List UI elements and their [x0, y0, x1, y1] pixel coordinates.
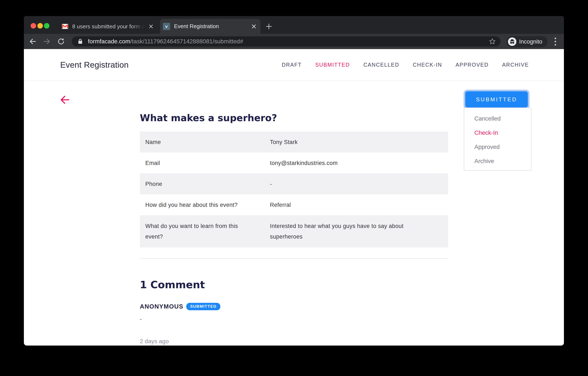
table-row: Email tony@starkindustries.com [140, 153, 448, 173]
comment-timestamp: 2 days ago [140, 338, 169, 345]
reload-button[interactable] [55, 34, 67, 49]
field-label: Phone [140, 179, 270, 189]
status-dropdown-menu: Cancelled Check-In Approved Archive [464, 108, 531, 171]
menu-item-check-in[interactable]: Check-In [464, 126, 531, 140]
field-label: Name [140, 137, 270, 147]
nav-archive[interactable]: ARCHIVE [502, 62, 529, 68]
field-value: - [270, 179, 448, 189]
incognito-icon [508, 37, 516, 46]
incognito-label: Incognito [519, 38, 542, 45]
gmail-icon [62, 24, 68, 29]
chrome-menu-button[interactable] [551, 36, 560, 46]
formfacade-favicon: v [163, 23, 170, 30]
status-badge: SUBMITTED [186, 303, 220, 310]
tab-title: Event Registration [174, 23, 250, 30]
status-dropdown-button[interactable]: SUBMITTED [465, 91, 528, 107]
url-text: formfacade.com/task/11179624645714288808… [88, 38, 489, 45]
menu-item-archive[interactable]: Archive [464, 154, 531, 168]
window-close-button[interactable] [31, 23, 36, 29]
browser-toolbar: formfacade.com/task/11179624645714288808… [24, 34, 564, 49]
field-value: Tony Stark [270, 137, 448, 147]
browser-window: 8 users submitted your form on v Event R… [24, 16, 564, 345]
lock-icon[interactable] [77, 38, 83, 45]
site-header: Event Registration DRAFT SUBMITTED CANCE… [24, 49, 564, 81]
url-host: formfacade.com [88, 38, 130, 45]
site-title: Event Registration [60, 49, 129, 81]
reload-icon [57, 37, 65, 45]
forward-button[interactable] [41, 34, 53, 49]
comments-heading: 1 Comment [140, 279, 205, 291]
section-divider [140, 258, 448, 259]
response-table: Name Tony Stark Email tony@starkindustri… [140, 132, 448, 247]
comment-author: ANONYMOUS [140, 303, 183, 310]
table-row: What do you want to learn from this even… [140, 215, 448, 247]
back-arrow-icon [60, 95, 70, 104]
window-zoom-button[interactable] [44, 23, 49, 29]
back-icon [29, 37, 37, 45]
comment-meta: ANONYMOUS SUBMITTED [140, 303, 220, 310]
nav-approved[interactable]: APPROVED [456, 62, 489, 68]
field-value: Referral [270, 200, 448, 210]
menu-item-approved[interactable]: Approved [464, 140, 531, 154]
window-minimize-button[interactable] [37, 23, 43, 29]
field-label: How did you hear about this event? [140, 200, 270, 210]
close-tab-icon[interactable] [147, 23, 155, 30]
forward-icon [43, 37, 51, 45]
incognito-badge: Incognito [506, 36, 547, 47]
plus-icon [266, 23, 272, 30]
field-value: Interested to hear what you guys have to… [270, 221, 448, 242]
table-row: How did you hear about this event? Refer… [140, 194, 448, 215]
nav-draft[interactable]: DRAFT [282, 62, 302, 68]
bookmark-star-icon[interactable] [489, 38, 496, 45]
table-row: Name Tony Stark [140, 132, 448, 153]
tab-title: 8 users submitted your form on [72, 23, 146, 30]
tab-gmail[interactable]: 8 users submitted your form on [58, 19, 159, 34]
nav-submitted[interactable]: SUBMITTED [315, 62, 350, 68]
back-button[interactable] [26, 34, 39, 49]
close-tab-icon[interactable] [250, 23, 257, 30]
back-to-list-button[interactable] [59, 94, 70, 105]
table-row: Phone - [140, 173, 448, 194]
tab-strip: 8 users submitted your form on v Event R… [24, 16, 564, 34]
status-nav: DRAFT SUBMITTED CANCELLED CHECK-IN APPRO… [282, 49, 529, 81]
tab-event-registration[interactable]: v Event Registration [160, 19, 260, 34]
comment-body: - [140, 316, 142, 322]
menu-item-cancelled[interactable]: Cancelled [464, 111, 531, 126]
field-label: Email [140, 158, 270, 168]
address-bar[interactable]: formfacade.com/task/11179624645714288808… [72, 36, 501, 46]
page-content: Event Registration DRAFT SUBMITTED CANCE… [24, 49, 564, 345]
field-label: What do you want to learn from this even… [140, 221, 270, 242]
url-path: /task/111796246457142888081/submitted# [130, 38, 243, 45]
field-value: tony@starkindustries.com [270, 158, 448, 168]
new-tab-button[interactable] [265, 22, 273, 31]
nav-check-in[interactable]: CHECK-IN [413, 62, 442, 68]
nav-cancelled[interactable]: CANCELLED [364, 62, 399, 68]
form-title: What makes a superhero? [140, 112, 277, 123]
